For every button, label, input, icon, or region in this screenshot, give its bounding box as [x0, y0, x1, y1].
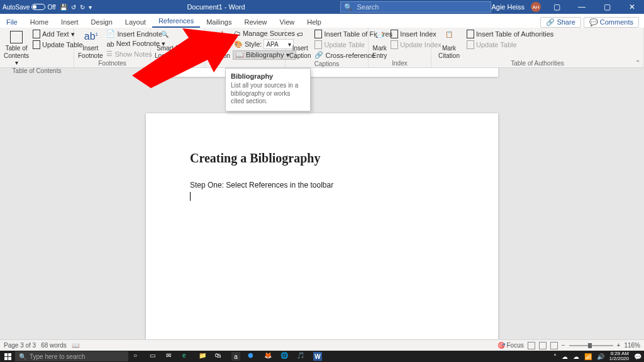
- ribbon-tabs: File Home Insert Design Layout Reference…: [0, 14, 644, 28]
- word-count[interactable]: 68 words: [41, 342, 67, 349]
- tab-view[interactable]: View: [274, 16, 301, 28]
- tab-design[interactable]: Design: [85, 16, 119, 28]
- cross-ref-icon: 🔗: [314, 51, 323, 59]
- insert-caption-button[interactable]: 🏷 Insert Caption: [289, 29, 311, 59]
- close-button[interactable]: ✕: [623, 3, 641, 11]
- redo-icon[interactable]: ↻: [80, 4, 85, 11]
- maximize-button[interactable]: ▢: [597, 3, 616, 11]
- cloud-icon[interactable]: ☁: [562, 353, 568, 360]
- explorer-icon[interactable]: 📁: [199, 352, 208, 361]
- mark-entry-button[interactable]: 📑 Mark Entry: [372, 29, 387, 59]
- group-label: Captions: [289, 60, 364, 67]
- toggle-off-icon: [31, 4, 45, 10]
- search-icon: 🔍: [19, 353, 26, 360]
- undo-icon[interactable]: ↺: [71, 4, 76, 11]
- document-title: Document1 - Word: [187, 3, 245, 11]
- tab-insert[interactable]: Insert: [55, 16, 85, 28]
- title-bar: AutoSave Off 💾 ↺ ↻ ▾ Document1 - Word 🔍 …: [0, 0, 644, 14]
- page-icon: [467, 40, 474, 49]
- edge-icon[interactable]: e: [182, 352, 191, 361]
- zoom-in-icon[interactable]: +: [617, 342, 621, 349]
- group-label: Table of Authorities: [435, 59, 640, 67]
- minimize-button[interactable]: —: [572, 3, 591, 11]
- autosave-toggle[interactable]: AutoSave Off: [3, 4, 56, 11]
- annotation-arrow-icon: [132, 25, 239, 88]
- footnote-icon: ab1: [84, 31, 97, 43]
- mail-icon[interactable]: ✉: [166, 352, 175, 361]
- windows-logo-icon: [4, 353, 11, 360]
- web-layout-icon[interactable]: [550, 342, 558, 349]
- start-button[interactable]: [0, 351, 15, 362]
- windows-taskbar: 🔍 Type here to search ○ ▭ ✉ e 📁 🛍 a ⬢ 🦊 …: [0, 351, 644, 362]
- page-icon: [391, 30, 398, 38]
- document-page[interactable]: Creating a Bibliography Step One: Select…: [146, 113, 498, 339]
- tooltip-title: Bibliography: [231, 72, 305, 80]
- doc-line[interactable]: Step One: Select References in the toolb…: [190, 181, 454, 189]
- taskbar-search[interactable]: 🔍 Type here to search: [15, 351, 128, 361]
- read-mode-icon[interactable]: [528, 342, 535, 349]
- firefox-icon[interactable]: 🦊: [264, 352, 273, 361]
- share-button[interactable]: 🔗 Share: [540, 17, 580, 28]
- page-icon: [467, 30, 474, 38]
- page-icon: [33, 40, 40, 49]
- page-icon: [33, 30, 40, 38]
- text-cursor: [190, 192, 191, 201]
- save-icon[interactable]: 💾: [60, 4, 67, 11]
- word-icon[interactable]: W: [313, 352, 322, 361]
- ribbon-references: Table of Contents ▾ Add Text ▾ Update Ta…: [0, 28, 644, 68]
- tab-help[interactable]: Help: [301, 16, 328, 28]
- page-icon: [314, 30, 322, 38]
- store-icon[interactable]: 🛍: [215, 352, 224, 361]
- toc-icon: [10, 31, 23, 43]
- insert-footnote-button[interactable]: ab1 Insert Footnote: [78, 29, 103, 59]
- mark-entry-icon: 📑: [374, 31, 386, 43]
- music-icon[interactable]: 🎵: [297, 352, 306, 361]
- status-bar: Page 3 of 3 68 words 📖 🎯 Focus − + 116%: [0, 339, 644, 351]
- zoom-level[interactable]: 116%: [624, 342, 640, 349]
- chrome-icon[interactable]: 🌐: [280, 352, 289, 361]
- svg-marker-0: [132, 28, 239, 88]
- focus-mode[interactable]: 🎯 Focus: [497, 342, 524, 349]
- page-count[interactable]: Page 3 of 3: [4, 342, 36, 349]
- comments-button[interactable]: 💬 Comments: [584, 17, 639, 28]
- page-icon: [314, 40, 322, 49]
- mark-citation-button[interactable]: 📋 Mark Citation: [435, 29, 463, 59]
- spellcheck-icon[interactable]: 📖: [72, 342, 79, 349]
- ribbon-options-icon[interactable]: ▢: [547, 3, 566, 11]
- tab-home[interactable]: Home: [24, 16, 55, 28]
- mark-citation-icon: 📋: [443, 31, 455, 43]
- user-avatar[interactable]: AH: [531, 2, 541, 12]
- print-layout-icon[interactable]: [539, 342, 547, 349]
- search-icon: 🔍: [344, 3, 353, 11]
- tray-up-icon[interactable]: ˄: [553, 353, 557, 360]
- table-of-contents-button[interactable]: Table of Contents ▾: [4, 29, 29, 67]
- wifi-icon[interactable]: 📶: [584, 353, 592, 360]
- dropbox-icon[interactable]: ⬢: [248, 352, 257, 361]
- notifications-icon[interactable]: 💬: [634, 353, 641, 360]
- system-clock[interactable]: 8:28 AM 1/2/2020: [609, 351, 629, 361]
- tell-me-search[interactable]: 🔍 Search: [340, 1, 491, 13]
- tab-review[interactable]: Review: [238, 16, 274, 28]
- doc-heading[interactable]: Creating a Bibliography: [190, 151, 454, 166]
- update-authorities-button: Update Table: [465, 40, 555, 50]
- zoom-out-icon[interactable]: −: [562, 342, 565, 349]
- tooltip-body: List all your sources in a bibliography …: [231, 82, 305, 106]
- group-label: Index: [372, 59, 427, 67]
- document-canvas[interactable]: Creating a Bibliography Step One: Select…: [0, 68, 644, 339]
- amazon-icon[interactable]: a: [231, 352, 240, 361]
- page-icon: [391, 40, 398, 49]
- onedrive-icon[interactable]: ☁: [573, 353, 579, 360]
- tab-file[interactable]: File: [0, 16, 24, 28]
- cortana-icon[interactable]: ○: [133, 352, 142, 361]
- next-icon: ab: [106, 40, 114, 48]
- endnote-icon: 📄: [106, 30, 115, 38]
- caption-icon: 🏷: [294, 31, 306, 43]
- notes-icon: ☰: [106, 50, 113, 58]
- volume-icon[interactable]: 🔊: [597, 353, 604, 360]
- zoom-slider[interactable]: [569, 345, 613, 346]
- collapse-ribbon-icon[interactable]: ⌃: [635, 59, 640, 66]
- user-name[interactable]: Agie Heiss: [491, 3, 525, 11]
- insert-authorities-button[interactable]: Insert Table of Authorities: [465, 29, 555, 39]
- task-view-icon[interactable]: ▭: [150, 352, 158, 361]
